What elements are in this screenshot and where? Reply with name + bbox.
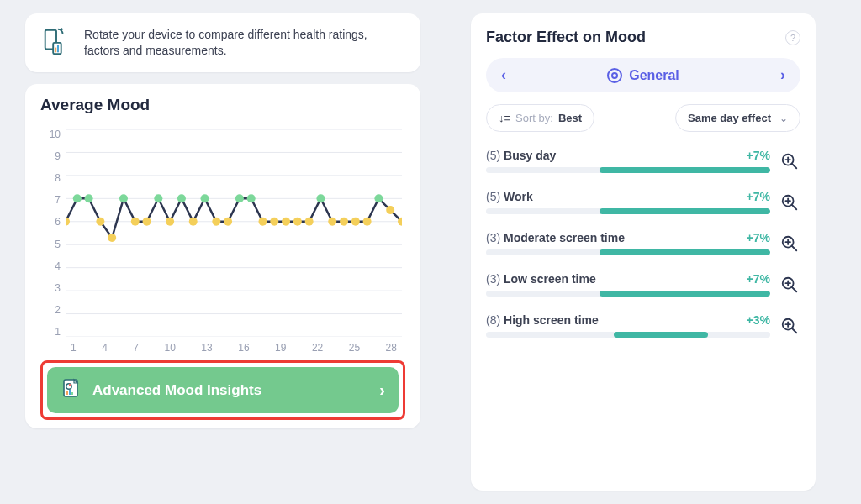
factor-row: (3) Moderate screen time+7% (486, 231, 800, 255)
category-prev-button[interactable]: ‹ (501, 66, 506, 84)
sort-value: Best (558, 112, 582, 124)
svg-point-25 (189, 218, 198, 226)
factor-bar (486, 249, 770, 255)
chart-title: Average Mood (40, 96, 405, 114)
factor-pct: +7% (747, 272, 770, 286)
factor-bar (486, 208, 770, 214)
zoom-in-icon[interactable] (779, 274, 800, 296)
svg-line-50 (792, 163, 797, 168)
factor-label: (5) Work (486, 190, 533, 203)
svg-line-58 (792, 245, 797, 250)
svg-point-23 (166, 218, 174, 226)
svg-point-32 (270, 218, 278, 226)
svg-point-33 (282, 218, 290, 226)
average-mood-card: Average Mood 10987654321 147101316192225… (25, 84, 420, 428)
svg-point-21 (143, 218, 151, 226)
svg-point-36 (316, 194, 325, 202)
svg-point-34 (293, 218, 302, 226)
svg-point-41 (374, 194, 383, 202)
svg-rect-48 (71, 392, 73, 395)
factor-row: (3) Low screen time+7% (486, 272, 800, 297)
svg-point-29 (235, 194, 244, 202)
svg-point-28 (224, 218, 232, 226)
svg-point-35 (305, 218, 314, 226)
rotate-device-icon (40, 25, 72, 60)
svg-point-30 (247, 194, 256, 202)
svg-point-31 (258, 218, 267, 226)
rotate-banner-text: Rotate your device to compare different … (84, 27, 405, 59)
sort-prefix: Sort by: (515, 112, 553, 124)
zoom-in-icon[interactable] (779, 150, 800, 172)
svg-point-39 (351, 218, 360, 226)
svg-point-17 (96, 218, 104, 226)
insights-highlight-box: Advanced Mood Insights › (40, 360, 405, 420)
factor-pct: +7% (747, 231, 770, 244)
insights-button-label: Advanced Mood Insights (92, 382, 261, 399)
target-icon (607, 68, 622, 83)
chevron-down-icon: ⌄ (779, 113, 788, 124)
svg-rect-47 (69, 390, 71, 395)
factor-row: (5) Work+7% (486, 190, 800, 214)
svg-rect-46 (66, 391, 68, 395)
factor-row: (5) Busy day+7% (486, 149, 800, 173)
factor-pct: +7% (747, 190, 770, 203)
factor-list: (5) Busy day+7%(5) Work+7%(3) Moderate s… (486, 149, 800, 338)
factor-bar (486, 332, 770, 338)
svg-line-54 (792, 204, 797, 209)
insights-doc-icon (61, 377, 82, 403)
help-icon[interactable]: ? (785, 30, 800, 45)
svg-point-22 (154, 194, 162, 202)
zoom-in-icon[interactable] (779, 315, 800, 337)
factor-bar (486, 291, 770, 297)
advanced-mood-insights-button[interactable]: Advanced Mood Insights › (47, 367, 399, 413)
svg-line-62 (792, 286, 797, 291)
zoom-in-icon[interactable] (779, 192, 800, 213)
rotate-banner: Rotate your device to compare different … (25, 13, 420, 72)
effect-dropdown[interactable]: Same day effect ⌄ (675, 104, 800, 132)
chart-y-axis: 10987654321 (40, 129, 61, 337)
factor-effect-card: Factor Effect on Mood ? ‹ General › ↓≡ S… (471, 13, 816, 491)
svg-rect-2 (55, 48, 56, 53)
svg-point-42 (386, 206, 394, 214)
factor-label: (3) Low screen time (486, 272, 596, 286)
sort-pill[interactable]: ↓≡ Sort by: Best (486, 104, 594, 132)
svg-point-20 (131, 218, 140, 226)
chart-x-axis: 14710131619222528 (66, 342, 402, 360)
factor-pct: +3% (747, 313, 770, 327)
svg-point-24 (177, 194, 186, 202)
mood-line-chart (66, 129, 402, 337)
factor-label: (5) Busy day (486, 149, 556, 162)
svg-point-26 (201, 194, 209, 202)
svg-point-38 (340, 218, 348, 226)
svg-rect-1 (53, 43, 61, 54)
svg-point-27 (212, 218, 220, 226)
category-label: General (629, 68, 679, 83)
factor-pct: +7% (747, 149, 770, 162)
svg-point-19 (119, 194, 128, 202)
svg-point-37 (328, 218, 336, 226)
chevron-right-icon: › (379, 381, 385, 400)
svg-line-66 (792, 328, 797, 333)
sort-icon: ↓≡ (499, 112, 510, 124)
svg-point-16 (85, 194, 93, 202)
category-selector: ‹ General › (486, 58, 800, 92)
svg-rect-3 (57, 45, 59, 53)
svg-point-15 (73, 194, 82, 202)
svg-point-18 (108, 234, 116, 242)
factor-label: (8) High screen time (486, 313, 599, 327)
svg-point-14 (66, 218, 70, 226)
factor-row: (8) High screen time+3% (486, 313, 800, 338)
zoom-in-icon[interactable] (779, 233, 800, 255)
factor-panel-title: Factor Effect on Mood (486, 29, 785, 46)
svg-point-40 (363, 218, 372, 226)
category-next-button[interactable]: › (780, 66, 785, 84)
factor-bar (486, 167, 770, 173)
factor-label: (3) Moderate screen time (486, 231, 625, 244)
effect-dropdown-label: Same day effect (688, 112, 771, 124)
